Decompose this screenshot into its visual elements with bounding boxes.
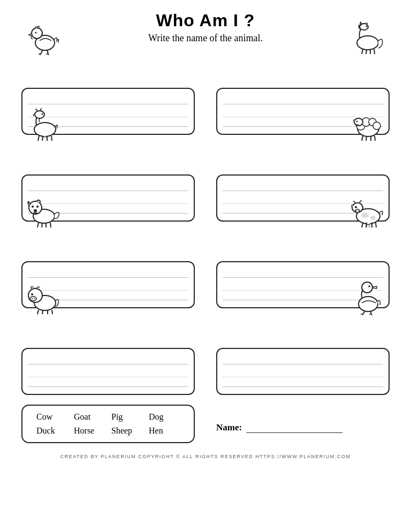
svg-line-53 [376, 223, 376, 227]
footer-text: Created by Planerium Copyright © All Rig… [60, 454, 351, 459]
word-goat: Goat [71, 411, 108, 423]
svg-line-60 [37, 310, 39, 314]
pig-icon [25, 280, 62, 315]
word-pig: Pig [108, 411, 146, 423]
answer-box-duck [216, 314, 390, 395]
svg-point-56 [30, 297, 36, 301]
sheep-icon [349, 107, 386, 142]
svg-point-44 [355, 206, 357, 208]
svg-point-15 [42, 113, 43, 115]
svg-point-1 [32, 28, 42, 39]
svg-point-46 [356, 210, 357, 211]
word-duck: Duck [33, 425, 71, 437]
svg-line-10 [366, 49, 367, 54]
chicken-icon [25, 20, 62, 55]
svg-point-35 [34, 209, 37, 211]
page-subtitle: Write the name of the animal. [148, 33, 263, 44]
svg-line-37 [42, 223, 42, 227]
name-label: Name: [216, 422, 242, 433]
goat-icon [25, 107, 62, 142]
svg-point-42 [370, 216, 376, 220]
horse-icon [349, 20, 386, 55]
answer-box-input-duck[interactable] [216, 348, 390, 395]
svg-point-7 [366, 26, 368, 27]
svg-line-16 [38, 136, 39, 141]
svg-point-66 [368, 285, 370, 287]
svg-line-9 [362, 49, 363, 54]
svg-line-12 [374, 49, 375, 54]
svg-line-50 [362, 223, 363, 227]
bottom-row: Cow Goat Pig Dog Duck Horse Sheep Hen Na… [21, 405, 390, 449]
dog-icon [25, 194, 62, 229]
answer-box-input-pig[interactable] [21, 348, 195, 395]
svg-point-34 [36, 206, 39, 208]
svg-point-59 [31, 293, 33, 295]
svg-line-28 [366, 136, 367, 141]
svg-point-8 [368, 27, 369, 28]
word-sheep: Sheep [108, 425, 146, 437]
page-title: Who Am I ? [156, 11, 255, 31]
svg-line-27 [362, 136, 363, 141]
svg-point-58 [34, 298, 35, 299]
duck-icon [349, 280, 386, 315]
svg-point-14 [35, 111, 44, 118]
answer-grid [21, 54, 390, 395]
word-dog: Dog [146, 411, 183, 423]
svg-point-64 [359, 297, 378, 311]
svg-point-65 [362, 282, 372, 293]
word-bank: Cow Goat Pig Dog Duck Horse Sheep Hen [21, 405, 195, 443]
svg-line-61 [42, 310, 43, 314]
svg-line-19 [51, 136, 52, 141]
svg-point-5 [357, 36, 378, 50]
word-horse: Horse [71, 425, 108, 437]
svg-point-57 [32, 298, 33, 299]
name-input-line[interactable] [246, 422, 342, 433]
svg-point-41 [361, 212, 369, 218]
answer-box-pig [21, 314, 195, 395]
svg-line-51 [366, 223, 367, 227]
word-cow: Cow [33, 411, 71, 423]
svg-point-2 [35, 32, 37, 34]
svg-line-36 [37, 223, 39, 227]
svg-line-63 [52, 310, 52, 314]
svg-point-24 [373, 122, 380, 130]
name-area: Name: [216, 420, 342, 433]
cow-icon [349, 194, 386, 229]
svg-point-47 [358, 210, 359, 211]
svg-line-39 [50, 223, 51, 227]
word-hen: Hen [146, 425, 183, 437]
svg-point-26 [356, 121, 358, 123]
svg-line-17 [42, 136, 43, 141]
svg-point-33 [32, 206, 34, 208]
svg-line-30 [375, 136, 375, 141]
svg-line-67 [363, 311, 365, 314]
svg-point-13 [34, 123, 56, 136]
